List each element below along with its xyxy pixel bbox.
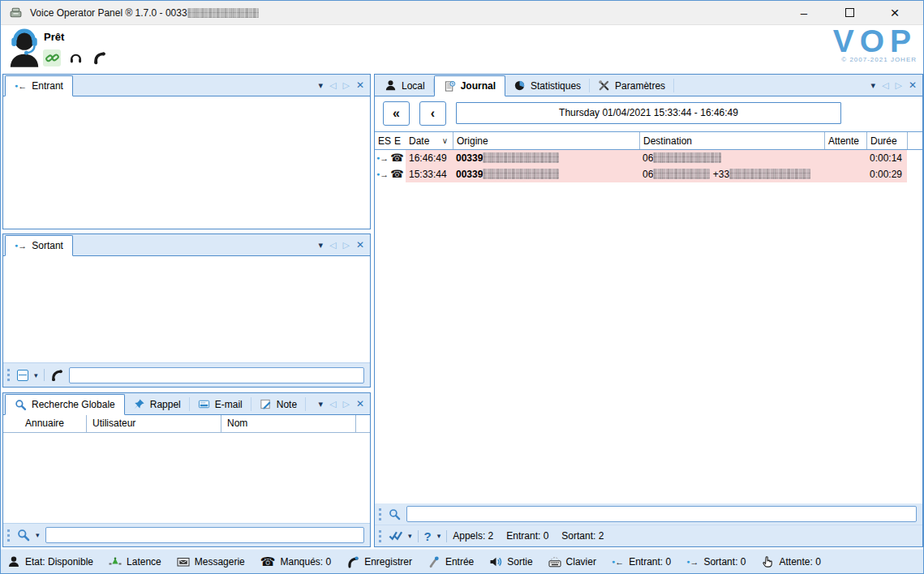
tab-statistiques[interactable]: Statistiques [505, 79, 590, 92]
tab-parametres-label: Paramètres [615, 80, 665, 92]
column-es-e[interactable]: ESE [375, 132, 406, 149]
dial-number-input[interactable] [69, 367, 364, 383]
journal-row[interactable]: ●→ ☎ 15:33:44 00339 06 +33 0:00:29 [375, 166, 922, 182]
panel-close-icon[interactable]: ✕ [356, 398, 364, 409]
status-etat[interactable]: Etat: Disponible [7, 555, 93, 568]
counter-sortant: Sortant: 2 [561, 530, 604, 542]
tab-rappel[interactable]: Rappel [125, 397, 190, 411]
tab-sortant[interactable]: ●→ Sortant [5, 235, 73, 256]
panel-menu-icon[interactable]: ▾ [318, 80, 323, 91]
line-select-icon[interactable] [17, 370, 28, 381]
line-select-dropdown-icon[interactable]: ▾ [34, 371, 38, 379]
call-duration: 0:00:14 [866, 150, 907, 166]
toolbar-grip[interactable] [379, 530, 381, 542]
desk-phone-icon [9, 6, 23, 19]
status-entrant[interactable]: ●← Entrant: 0 [612, 556, 671, 568]
status-enregistrer[interactable]: Enregistrer [346, 555, 412, 568]
status-sortant[interactable]: ●→ Sortant: 0 [686, 556, 746, 568]
handset-icon[interactable] [90, 49, 108, 66]
close-button[interactable]: × [886, 1, 904, 25]
dial-handset-icon[interactable] [50, 369, 63, 382]
tab-local[interactable]: Local [376, 79, 434, 92]
journal-empty-area [375, 182, 922, 503]
double-check-icon[interactable] [389, 530, 402, 542]
tab-recherche-label: Recherche Globale [32, 399, 115, 410]
operator-status: Prêt [44, 31, 64, 43]
tab-recherche-globale[interactable]: Recherche Globale [5, 394, 125, 415]
prev-period-button[interactable]: ‹ [419, 101, 446, 126]
panel-menu-icon[interactable]: ▾ [318, 399, 323, 409]
column-utilisateur[interactable]: Utilisateur [87, 415, 221, 432]
tab-journal-label: Journal [461, 80, 496, 92]
scroll-right-icon[interactable]: ▷ [342, 399, 349, 409]
status-messagerie[interactable]: Messagerie [177, 555, 245, 568]
panel-close-icon[interactable]: ✕ [909, 79, 917, 91]
scroll-left-icon[interactable]: ◁ [329, 80, 336, 91]
toolbar-separator [446, 530, 447, 542]
status-clavier[interactable]: Clavier [548, 555, 596, 568]
status-attente[interactable]: Attente: 0 [761, 555, 820, 568]
global-search-input[interactable] [45, 527, 364, 543]
tab-journal[interactable]: Journal [434, 75, 505, 96]
maximize-button[interactable] [840, 1, 858, 25]
call-origin: 00339 [453, 166, 639, 182]
row-extra [907, 150, 922, 166]
scroll-left-icon[interactable]: ◁ [882, 80, 888, 91]
toolbar-grip[interactable] [379, 508, 381, 520]
period-display[interactable]: Thursday 01/04/2021 15:33:44 - 16:46:49 [456, 102, 841, 124]
origin-redacted [483, 169, 559, 179]
toolbar-grip[interactable] [7, 369, 10, 381]
panel-menu-icon[interactable]: ▾ [318, 240, 323, 251]
call-time: 15:33:44 [406, 166, 453, 182]
panel-close-icon[interactable]: ✕ [356, 239, 364, 251]
column-nom[interactable]: Nom [221, 415, 356, 432]
titlebar[interactable]: Voice Operator Panel ® 1.7.0 - 0033 – × [1, 1, 923, 25]
tab-local-label: Local [402, 80, 425, 92]
minimize-button[interactable]: – [795, 1, 813, 25]
status-sortie[interactable]: Sortie [489, 555, 532, 568]
filter-dropdown-icon[interactable]: ▾ [408, 532, 412, 540]
tab-parametres[interactable]: Paramètres [590, 79, 674, 92]
panel-menu-icon[interactable]: ▾ [870, 80, 875, 91]
search-icon[interactable] [389, 508, 401, 520]
scroll-left-icon[interactable]: ◁ [329, 240, 336, 251]
journal-filter-input[interactable] [406, 506, 917, 522]
column-date[interactable]: Date∨ [406, 132, 453, 149]
search-icon[interactable] [17, 529, 30, 542]
help-filter-icon[interactable]: ? [424, 529, 432, 543]
app-window: Voice Operator Panel ® 1.7.0 - 0033 – × … [0, 0, 924, 574]
column-attente[interactable]: Attente [824, 132, 866, 149]
dial-toolbar: ▾ [3, 362, 370, 387]
status-entree[interactable]: Entrée [428, 555, 474, 568]
column-duree[interactable]: Durée [866, 132, 907, 149]
headset-icon[interactable] [67, 49, 84, 66]
person-icon [7, 555, 20, 568]
help-dropdown-icon[interactable]: ▾ [437, 532, 441, 540]
prev-period-all-button[interactable]: « [383, 101, 410, 126]
column-empty [356, 415, 370, 432]
journal-row[interactable]: ●→ ☎ 16:46:49 00339 06 0:00:14 [375, 150, 922, 166]
sortant-panel: ●→ Sortant ▾ ◁ ▷ ✕ ▾ [2, 233, 371, 388]
microphone-input-icon [428, 555, 441, 568]
vop-copyright: © 2007-2021 JOHER [833, 56, 917, 63]
phone-call-icon: ☎ [390, 150, 403, 166]
column-annuaire[interactable]: Annuaire [3, 415, 87, 432]
scroll-right-icon[interactable]: ▷ [895, 80, 901, 91]
connection-link-icon[interactable] [43, 49, 61, 66]
vop-logo-text: VOP [833, 25, 917, 58]
scroll-left-icon[interactable]: ◁ [329, 399, 336, 409]
tab-note[interactable]: Note [251, 397, 306, 411]
column-origine[interactable]: Origine [453, 132, 639, 149]
search-options-dropdown-icon[interactable]: ▾ [36, 531, 40, 539]
status-manques[interactable]: ☎ Manqués: 0 [260, 555, 331, 569]
tab-email[interactable]: E-mail [190, 397, 251, 411]
panel-close-icon[interactable]: ✕ [356, 79, 364, 91]
status-latence[interactable]: Latence [109, 555, 161, 568]
column-destination[interactable]: Destination [639, 132, 824, 149]
tab-entrant[interactable]: ●← Entrant [5, 75, 73, 96]
vop-logo: VOP © 2007-2021 JOHER [833, 25, 917, 63]
scroll-right-icon[interactable]: ▷ [342, 80, 349, 91]
hold-hand-icon [761, 555, 774, 568]
scroll-right-icon[interactable]: ▷ [342, 240, 349, 251]
toolbar-grip[interactable] [7, 529, 10, 542]
